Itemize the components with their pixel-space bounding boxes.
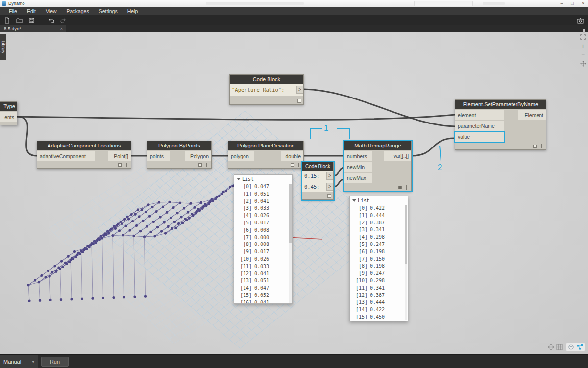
menu-edit[interactable]: Edit [22, 7, 41, 15]
code-block-line-1[interactable]: 0.15; [302, 171, 322, 181]
save-button[interactable] [27, 17, 35, 25]
close-button[interactable]: × [580, 0, 587, 7]
node-element-set-parameter-by-name[interactable]: Element.SetParameterByName element Eleme… [455, 99, 546, 150]
scrollbar[interactable] [405, 205, 407, 320]
pan-button[interactable] [580, 61, 587, 68]
node-title[interactable]: Polygon.PlaneDeviation [228, 141, 303, 150]
undo-button[interactable] [47, 17, 55, 25]
port-input-parameter-name[interactable]: parameterName [455, 121, 504, 131]
port-input-new-max[interactable]: newMax [344, 173, 372, 183]
list-item: [13]0.051 [237, 277, 292, 285]
port-input-value[interactable]: value [455, 132, 504, 142]
node-title[interactable]: Type [0, 102, 17, 111]
menu-view[interactable]: View [41, 7, 62, 15]
list-item: [14]0.047 [237, 285, 292, 292]
port-output-var[interactable]: var[]..[] [384, 151, 411, 161]
tab-close-icon[interactable]: × [60, 25, 63, 32]
document-tab[interactable]: 8.5.dyn* × [0, 25, 66, 32]
export-image-button[interactable] [576, 16, 584, 24]
maximize-button[interactable]: □ [569, 0, 576, 7]
node-title[interactable]: Code Block [230, 75, 303, 84]
preview-toggle-icon[interactable] [291, 163, 294, 167]
annotation-label-2: 2 [438, 163, 442, 172]
node-polygon-plane-deviation[interactable]: Polygon.PlaneDeviation polygon double [228, 141, 304, 169]
node-code-block-range[interactable]: Code Block 0.15; > 0.45; > [302, 162, 334, 200]
geometry-view-icon[interactable] [548, 344, 554, 350]
port-input-new-min[interactable]: newMin [344, 162, 372, 172]
menu-file[interactable]: File [4, 7, 22, 15]
list-item: [7]0.000 [237, 234, 292, 242]
node-title[interactable]: AdaptiveComponent.Locations [37, 141, 131, 150]
list-item: [9]0.017 [237, 248, 292, 256]
port-output-polygon[interactable]: Polygon [185, 151, 211, 161]
menu-settings[interactable]: Settings [94, 7, 122, 15]
panel-toggle-button[interactable] [580, 26, 585, 35]
port-input-numbers[interactable]: numbers [344, 151, 372, 161]
node-polygon-by-points[interactable]: Polygon.ByPoints points Polygon [147, 141, 212, 169]
port-output-code[interactable]: > [296, 86, 303, 94]
background-3d-toggle-icon[interactable] [568, 344, 574, 350]
preview-list-deviation: List [0]0.047[1]0.051[2]0.041[3]0.033[4]… [234, 174, 293, 304]
lacing-icon[interactable] [298, 163, 299, 167]
lacing-icon[interactable] [406, 185, 407, 190]
menu-bar: File Edit View Packages Settings Help [0, 7, 588, 15]
list-item: [5]0.017 [237, 220, 292, 227]
run-button[interactable]: Run [41, 357, 69, 367]
preview-toggle-icon[interactable] [198, 163, 202, 167]
run-mode-select[interactable]: Manual ▾ [0, 355, 38, 368]
node-title[interactable]: Element.SetParameterByName [455, 100, 546, 109]
port-input-polygon[interactable]: polygon [228, 151, 254, 161]
port-input-adaptive-component[interactable]: adaptiveComponent [37, 151, 95, 161]
port-output-double[interactable]: double [281, 151, 303, 161]
menu-packages[interactable]: Packages [62, 7, 94, 15]
port-output-points[interactable]: Point[] [108, 151, 131, 161]
lacing-icon[interactable] [126, 163, 127, 167]
dynamo-logo-icon [2, 1, 6, 6]
collapse-icon[interactable] [352, 199, 356, 202]
list-rows: [0]0.047[1]0.051[2]0.041[3]0.033[4]0.026… [234, 183, 292, 304]
list-item: [0]0.422 [353, 205, 408, 212]
minimize-button[interactable]: – [558, 0, 565, 7]
new-file-button[interactable] [3, 17, 11, 25]
node-adaptive-component-locations[interactable]: AdaptiveComponent.Locations adaptiveComp… [37, 141, 131, 169]
lacing-icon[interactable] [206, 163, 207, 167]
preview-toggle-icon[interactable] [398, 186, 402, 189]
scrollbar[interactable] [289, 184, 292, 303]
port-input-element[interactable]: element [455, 110, 504, 120]
library-sidebar-tab[interactable]: Library [0, 34, 6, 60]
port-output-elements[interactable]: ents [0, 112, 17, 122]
scrollbar-thumb[interactable] [405, 205, 407, 264]
collapse-icon[interactable] [237, 178, 241, 180]
lacing-icon[interactable] [541, 144, 542, 148]
preview-checkbox[interactable] [297, 99, 301, 103]
list-header-label: List [358, 198, 369, 203]
node-title[interactable]: Math.RemapRange [344, 141, 411, 150]
code-block-line-2[interactable]: 0.45; [302, 181, 322, 192]
grid-toggle-icon[interactable] [556, 344, 563, 350]
preview-checkbox[interactable] [327, 194, 331, 198]
list-item: [4]0.026 [237, 212, 292, 220]
graph-view-toggle-icon[interactable] [576, 344, 583, 350]
zoom-out-button[interactable]: − [580, 52, 587, 59]
port-output-2[interactable]: > [326, 183, 333, 191]
scrollbar-thumb[interactable] [289, 184, 292, 243]
list-item: [0]0.047 [237, 183, 292, 191]
preview-toggle-icon[interactable] [533, 145, 537, 148]
node-math-remap-range[interactable]: Math.RemapRange numbers var[]..[] newMin… [344, 141, 412, 191]
node-code-block-aperture[interactable]: Code Block "Aperture Ratio"; > [229, 74, 304, 105]
zoom-in-button[interactable]: + [580, 43, 587, 50]
preview-toggle-icon[interactable] [118, 163, 122, 167]
graph-canvas[interactable]: Library + − Type ents Code Block "Apertu… [0, 32, 588, 354]
node-title[interactable]: Polygon.ByPoints [147, 141, 211, 150]
redo-button[interactable] [59, 17, 67, 25]
port-output-element[interactable]: Element [518, 110, 546, 120]
fit-view-button[interactable] [580, 34, 587, 41]
node-family-type-partial[interactable]: Type ents [0, 101, 17, 125]
list-item: [3]0.033 [237, 205, 292, 212]
port-output-1[interactable]: > [326, 172, 333, 180]
code-block-text[interactable]: "Aperture Ratio"; [230, 84, 286, 95]
node-title[interactable]: Code Block [302, 162, 333, 171]
menu-help[interactable]: Help [122, 7, 143, 15]
open-file-button[interactable] [15, 17, 23, 25]
port-input-points[interactable]: points [147, 151, 170, 161]
